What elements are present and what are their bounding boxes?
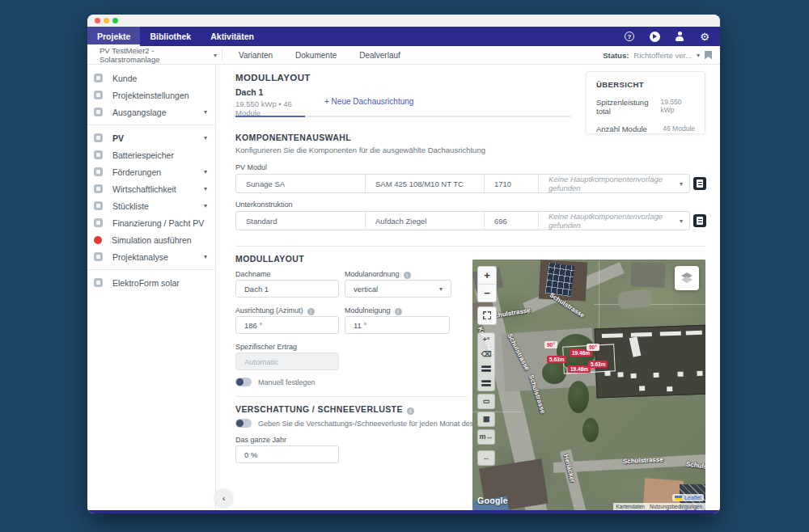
manual-toggle[interactable]	[235, 378, 252, 386]
settings-gear-icon[interactable]: ⚙	[699, 31, 710, 42]
tab-varianten[interactable]: Varianten	[227, 51, 284, 60]
sun-icon	[94, 133, 103, 142]
sidebar-item-elektroform[interactable]: ElektroForm solar	[87, 274, 215, 291]
main-navbar: Projekte Bibliothek Aktivitäten ? ⚙	[87, 27, 720, 46]
pv-modul-template-select[interactable]: Keine Hauptkomponentenvorlage gefunden ▾	[539, 175, 689, 192]
nutzungsbedingungen-link[interactable]: Nutzungsbedingungen	[650, 504, 702, 509]
measure-button[interactable]: m↔	[478, 430, 494, 444]
sidebar-item-stueckliste[interactable]: Stückliste ▾	[87, 197, 215, 214]
pv-modul-datasheet-button[interactable]	[693, 177, 706, 190]
info-icon[interactable]: i	[407, 407, 414, 415]
pv-modul-manufacturer[interactable]: Sunage SA	[236, 175, 366, 192]
modulanordnung-select[interactable]: vertical ▾	[345, 280, 451, 298]
divider	[87, 269, 215, 270]
sidebar-item-label: Batteriespeicher	[112, 150, 207, 160]
rect-select-button[interactable]: ▭	[478, 395, 494, 408]
play-icon[interactable]	[649, 31, 660, 42]
sidebar-item-label: Wirtschaftlichkeit	[112, 184, 204, 194]
nav-projekte[interactable]: Projekte	[87, 27, 140, 46]
azimut-label: Ausrichtung (Azimut)i	[235, 306, 315, 315]
chevron-down-icon: ▾	[680, 217, 683, 225]
sidebar-collapse-button[interactable]: ‹	[214, 488, 233, 507]
sidebar-item-ausgangslage[interactable]: Ausgangslage ▾	[87, 103, 215, 120]
person-glyph	[675, 32, 684, 41]
unterkonstruktion-template-select[interactable]: Keine Hauptkomponentenvorlage gefunden ▾	[539, 212, 689, 230]
divider	[235, 396, 468, 397]
maximize-window-button[interactable]	[112, 18, 118, 23]
unterkonstruktion-system[interactable]: Aufdach Ziegel	[366, 212, 485, 230]
shading-toggle[interactable]	[235, 419, 252, 428]
dachname-label: Dachname	[235, 270, 271, 278]
manual-toggle-label: Manuell festlegen	[258, 378, 316, 386]
status-select[interactable]: Richtofferte ver...	[633, 51, 692, 60]
measure-control: m↔	[477, 429, 495, 445]
module-rows-button[interactable]	[478, 362, 494, 376]
tab-dealverlauf[interactable]: Dealverlauf	[348, 51, 412, 60]
modulneigung-label: Modulneigungi	[345, 306, 402, 315]
grid-button[interactable]: ▦	[478, 412, 494, 426]
undo-control: ←	[477, 450, 495, 466]
sidebar-item-simulation[interactable]: Simulation ausführen	[87, 231, 215, 248]
solar-array	[545, 263, 575, 297]
sidebar-item-pv[interactable]: PV ▾	[87, 129, 215, 146]
layers-control[interactable]	[675, 266, 699, 290]
sidebar-item-batteriespeicher[interactable]: Batteriespeicher	[87, 146, 215, 163]
new-roof-link[interactable]: + Neue Dachausrichtung	[324, 97, 413, 106]
tree	[582, 418, 599, 442]
settings-icon	[94, 91, 103, 99]
sidebar-item-kunde[interactable]: Kunde	[87, 70, 215, 87]
rows-icon	[481, 365, 491, 372]
shading-toggle-row: Geben Sie die Verschattungs-/Schneeverlu…	[235, 419, 507, 428]
project-select[interactable]: PV TestMeier2 - Solarstromanlage ▾	[87, 46, 217, 64]
help-glyph: ?	[625, 32, 634, 41]
bookmark-icon[interactable]	[705, 51, 712, 60]
zoom-in-button[interactable]: +	[478, 267, 496, 284]
info-icon[interactable]: i	[395, 308, 402, 315]
sidebar-item-finanzierung[interactable]: Finanzierung / Pacht PV	[87, 214, 215, 231]
module-rows-alt-button[interactable]	[478, 377, 494, 391]
sidebar-item-foerderungen[interactable]: Förderungen ▾	[87, 163, 215, 180]
info-icon[interactable]: i	[404, 272, 411, 279]
length-badge: 19.46m	[568, 365, 591, 373]
delete-vertex-button[interactable]: ⌫	[478, 348, 494, 361]
back-arrow-button[interactable]: ←	[478, 451, 494, 465]
help-icon[interactable]: ?	[624, 31, 635, 42]
close-window-button[interactable]	[95, 18, 100, 23]
unterkonstruktion-datasheet-button[interactable]	[693, 214, 706, 227]
gravel-patch	[617, 289, 653, 310]
unterkonstruktion-type[interactable]: Standard	[236, 212, 366, 230]
fullscreen-button[interactable]	[478, 307, 496, 324]
chevron-down-icon[interactable]: ▾	[697, 52, 700, 59]
leaflet-link[interactable]: Leaflet	[684, 495, 701, 500]
kartendaten-link[interactable]: Kartendaten	[616, 504, 645, 509]
tab-underline-active	[235, 116, 305, 117]
modulneigung-input[interactable]: 11 °	[345, 316, 450, 334]
home-icon	[94, 108, 103, 116]
pv-modul-number[interactable]: 1710	[485, 175, 539, 192]
tab-dokumente[interactable]: Dokumente	[284, 51, 348, 60]
roof-map[interactable]: 90° 19.46m 90° 5.63m 5.63m 19.46m Schuls…	[472, 260, 705, 510]
rows-icon	[481, 380, 491, 386]
user-icon[interactable]	[674, 31, 685, 42]
sidebar-item-projektanalyse[interactable]: Projektanalyse ▾	[87, 248, 215, 265]
nav-bibliothek[interactable]: Bibliothek	[140, 27, 201, 46]
unterkonstruktion-row: Standard Aufdach Ziegel 696 Keine Hauptk…	[235, 211, 690, 230]
nav-aktivitaeten[interactable]: Aktivitäten	[201, 27, 264, 46]
zoom-out-button[interactable]: −	[478, 285, 496, 302]
add-vertex-button[interactable]: +°	[478, 333, 494, 347]
info-icon[interactable]: i	[307, 308, 315, 315]
sidebar-item-projekteinstellungen[interactable]: Projekteinstellungen	[87, 87, 215, 103]
document-icon	[697, 217, 703, 225]
year-loss-input[interactable]: 0 %	[235, 445, 339, 463]
dachname-input[interactable]: Dach 1	[235, 280, 339, 298]
unterkonstruktion-number[interactable]: 696	[485, 212, 539, 230]
page-title: MODULLAYOUT	[235, 73, 311, 82]
sidebar-item-wirtschaftlichkeit[interactable]: Wirtschaftlichkeit ▾	[87, 180, 215, 197]
minimize-window-button[interactable]	[104, 18, 109, 23]
sidebar-item-label: Ausgangslage	[112, 108, 204, 117]
pv-modul-model[interactable]: SAM 425 108/M10 NT TC	[366, 175, 485, 192]
azimut-input[interactable]: 186 °	[235, 316, 339, 334]
roof-tab-dach1[interactable]: Dach 1 19.550 kWp • 46 Module	[235, 87, 305, 117]
chevron-down-icon: ▾	[204, 202, 207, 209]
chevron-down-icon: ▾	[204, 134, 207, 141]
